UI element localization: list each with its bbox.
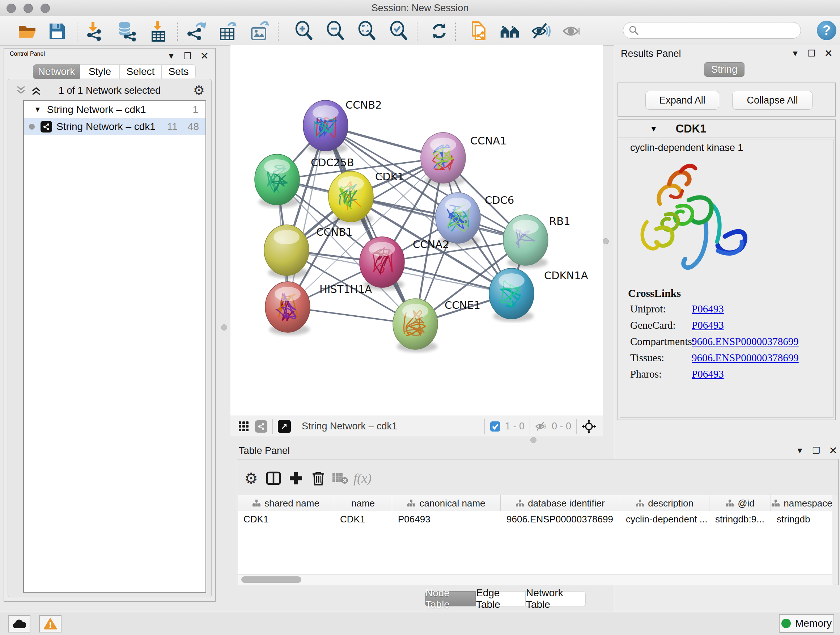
tab-string[interactable]: String	[704, 62, 745, 77]
crosslink-link[interactable]: 9606.ENSP00000378699	[692, 336, 799, 348]
grid-view-icon[interactable]	[238, 421, 249, 432]
first-neighbors-button[interactable]	[499, 21, 520, 42]
cell-database-identifier[interactable]: 9606.ENSP00000378699	[501, 511, 620, 527]
panel-float-icon[interactable]: ❒	[184, 51, 192, 61]
show-columns-icon[interactable]	[264, 468, 284, 488]
clone-network-button[interactable]	[467, 21, 488, 42]
panel-close-icon[interactable]: ✕	[824, 48, 833, 59]
function-builder-icon[interactable]: f(x)	[352, 468, 373, 488]
birds-eye-view-icon[interactable]	[278, 420, 291, 433]
hide-selected-button[interactable]	[531, 21, 551, 42]
network-collection-row[interactable]: ▼ String Network – cdk1 1	[24, 101, 205, 118]
gene-section-header[interactable]: ▼ CDK1	[618, 120, 835, 138]
zoom-out-button[interactable]	[325, 21, 346, 42]
panel-menu-icon[interactable]: ▼	[796, 446, 804, 455]
tree-expand-icon[interactable]: ▼	[34, 105, 41, 114]
refresh-layout-button[interactable]	[429, 21, 450, 42]
expand-all-button[interactable]: Expand All	[645, 91, 719, 110]
gear-icon[interactable]: ⚙	[193, 83, 205, 98]
network-type-icon[interactable]	[255, 420, 267, 432]
column-type-icon	[252, 499, 261, 507]
zoom-in-button[interactable]	[294, 21, 315, 42]
graph-node-RB1[interactable]: RB1	[503, 215, 570, 268]
zoom-selected-button[interactable]	[388, 21, 409, 42]
table-panel-title: Table Panel	[239, 445, 290, 456]
panel-float-icon[interactable]: ❒	[808, 49, 816, 59]
export-table-button[interactable]	[217, 21, 238, 42]
cell-namespace[interactable]: stringdb	[771, 511, 833, 527]
column-header-database-identifier[interactable]: database identifier	[501, 495, 620, 511]
warnings-button[interactable]	[39, 615, 62, 632]
hidden-eye-icon[interactable]	[535, 421, 547, 432]
column-header-name[interactable]: name	[334, 495, 392, 511]
fit-content-icon	[357, 21, 378, 42]
table-vertical-scrollbar[interactable]	[832, 495, 838, 584]
scrollbar-thumb[interactable]	[241, 576, 302, 583]
cell-canonical-name[interactable]: P06493	[392, 511, 501, 527]
graph-node-CCNA2[interactable]: CCNA2	[360, 237, 449, 290]
zoom-fit-button[interactable]	[357, 21, 378, 42]
cell-description[interactable]: cyclin-dependent ...	[620, 511, 709, 527]
collapse-all-button[interactable]: Collapse All	[732, 91, 813, 110]
panel-close-icon[interactable]: ✕	[829, 445, 837, 456]
section-collapse-icon[interactable]: ▼	[650, 124, 658, 134]
cell-id[interactable]: stringdb:9...	[709, 511, 771, 527]
right-splitter-grip[interactable]	[603, 238, 609, 244]
table-gear-icon[interactable]: ⚙	[241, 468, 261, 488]
bottom-splitter-grip[interactable]	[531, 437, 537, 443]
graph-node-CDKN1A[interactable]: CDKN1A	[489, 268, 588, 322]
column-header-description[interactable]: description	[620, 495, 709, 511]
table-horizontal-scrollbar[interactable]	[238, 574, 833, 585]
open-session-button[interactable]	[17, 21, 38, 42]
cloud-status-button[interactable]	[8, 615, 30, 632]
memory-button[interactable]: Memory	[779, 614, 834, 633]
export-image-button[interactable]	[249, 21, 270, 42]
crosslink-link[interactable]: P06493	[692, 303, 724, 315]
import-network-database-button[interactable]	[116, 21, 137, 42]
show-all-button[interactable]	[561, 21, 583, 42]
results-button-bar: Expand All Collapse All	[617, 82, 836, 117]
tab-network[interactable]: Network	[33, 65, 80, 79]
tab-style[interactable]: Style	[80, 65, 120, 79]
gene-section-body: cyclin-dependent kinase 1	[620, 139, 834, 418]
add-column-icon[interactable]	[286, 468, 306, 488]
tab-select[interactable]: Select	[120, 65, 161, 79]
column-header-canonical-name[interactable]: canonical name	[392, 495, 501, 511]
cell-shared-name[interactable]: CDK1	[238, 511, 334, 527]
panel-float-icon[interactable]: ❒	[813, 446, 821, 456]
panel-close-icon[interactable]: ✕	[201, 50, 209, 62]
column-header-id[interactable]: @id	[709, 495, 771, 511]
save-session-button[interactable]	[47, 21, 68, 42]
column-header-namespace[interactable]: namespace	[771, 495, 833, 511]
network-canvas[interactable]: CCNB2CCNA1CDC25BCDK1CDC6RB1CCNB1CCNA2CDK…	[231, 45, 603, 416]
crosslink-link[interactable]: P06493	[692, 319, 724, 331]
import-table-button[interactable]	[148, 21, 169, 42]
tab-sets[interactable]: Sets	[161, 65, 196, 79]
search-field[interactable]	[623, 22, 801, 39]
tab-network-table[interactable]: Network Table	[526, 591, 586, 606]
graph-node-CCNB2[interactable]: CCNB2	[303, 99, 382, 154]
delete-column-icon[interactable]	[308, 468, 328, 488]
graph-node-HIST1H1A[interactable]: HIST1H1A	[265, 282, 372, 335]
fit-selected-crosshair-icon[interactable]	[582, 419, 596, 434]
panel-menu-icon[interactable]: ▼	[791, 49, 799, 58]
left-splitter-grip[interactable]	[221, 325, 227, 331]
export-network-button[interactable]	[185, 21, 206, 42]
graph-node-CDK1[interactable]: CDK1	[328, 171, 404, 225]
search-input[interactable]	[639, 25, 793, 36]
column-header-shared-name[interactable]: shared name	[238, 495, 334, 511]
import-network-file-button[interactable]	[84, 21, 105, 42]
tab-edge-table[interactable]: Edge Table	[476, 591, 526, 606]
table-row[interactable]: CDK1 CDK1 P06493 9606.ENSP00000378699 cy…	[238, 511, 833, 527]
help-button[interactable]: ?	[817, 21, 836, 40]
crosslink-link[interactable]: P06493	[692, 368, 724, 380]
tab-node-table[interactable]: Node Table	[425, 591, 476, 606]
delete-table-icon[interactable]	[330, 468, 350, 488]
network-row[interactable]: String Network – cdk1 11 48	[24, 118, 205, 135]
panel-menu-icon[interactable]: ▼	[167, 51, 175, 61]
crosslink-link[interactable]: 9606.ENSP00000378699	[692, 352, 799, 364]
footer-separator	[530, 419, 530, 434]
cell-name[interactable]: CDK1	[334, 511, 392, 527]
selected-checkbox-icon[interactable]	[490, 421, 501, 432]
toolbar-separator	[417, 21, 417, 41]
